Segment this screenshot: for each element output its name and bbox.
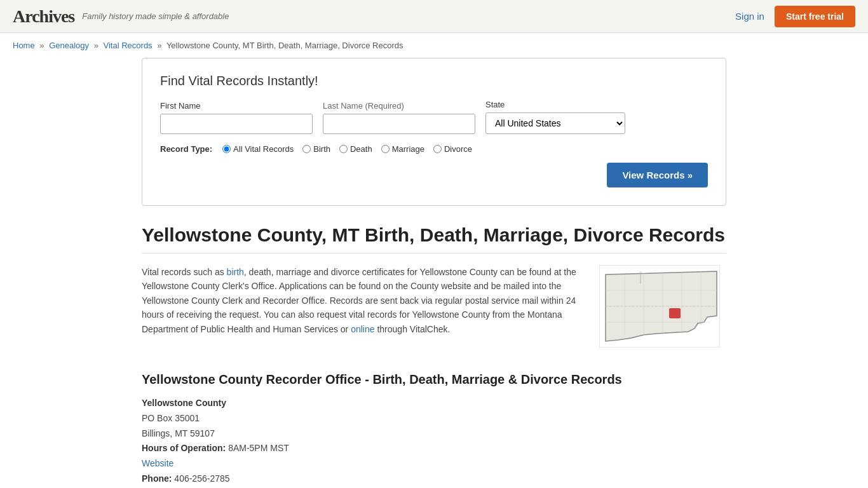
view-records-button[interactable]: View Records » [607, 163, 708, 187]
radio-birth-input[interactable] [302, 145, 311, 153]
state-select[interactable]: All United States [485, 112, 625, 134]
last-name-input[interactable] [323, 114, 475, 134]
logo: Archives [13, 6, 74, 27]
breadcrumb-genealogy[interactable]: Genealogy [49, 41, 89, 50]
radio-marriage[interactable]: Marriage [381, 144, 424, 154]
radio-death-label: Death [350, 144, 372, 154]
view-records-row: View Records » [160, 163, 708, 187]
map-container [599, 265, 726, 349]
first-name-label: First Name [160, 101, 313, 111]
office-info: Yellowstone County PO Box 35001 Billings… [142, 396, 726, 487]
radio-marriage-input[interactable] [381, 145, 390, 153]
radio-birth-label: Birth [313, 144, 330, 154]
birth-link[interactable]: birth [227, 267, 244, 277]
header-left: Archives Family history made simple & af… [13, 6, 229, 27]
address-1: PO Box 35001 [142, 411, 726, 426]
breadcrumb-vital-records[interactable]: Vital Records [104, 41, 153, 50]
website-link[interactable]: Website [142, 458, 173, 468]
first-name-input[interactable] [160, 114, 313, 134]
search-fields: First Name Last Name (Required) State Al… [160, 100, 708, 134]
search-title: Find Vital Records Instantly! [160, 74, 708, 88]
radio-death-input[interactable] [339, 145, 348, 153]
radio-divorce[interactable]: Divorce [433, 144, 472, 154]
address-2: Billings, MT 59107 [142, 426, 726, 442]
breadcrumb: Home » Genealogy » Vital Records » Yello… [0, 33, 868, 58]
phone-value-text: 406-256-2785 [174, 473, 229, 484]
tagline: Family history made simple & affordable [82, 11, 229, 21]
start-trial-button[interactable]: Start free trial [775, 6, 855, 27]
record-type-row: Record Type: All Vital Records Birth Dea… [160, 144, 708, 154]
office-title: Yellowstone County Recorder Office - Bir… [142, 372, 726, 387]
last-name-label: Last Name (Required) [323, 101, 475, 111]
hours-label: Hours of Operation: [142, 443, 226, 453]
breadcrumb-home[interactable]: Home [13, 41, 35, 50]
state-group: State All United States [485, 100, 625, 134]
header-right: Sign in Start free trial [735, 6, 855, 27]
breadcrumb-sep-1: » [39, 41, 44, 50]
radio-marriage-label: Marriage [392, 144, 424, 154]
radio-all-vital[interactable]: All Vital Records [222, 144, 294, 154]
sign-in-link[interactable]: Sign in [735, 11, 764, 22]
state-label: State [485, 100, 625, 109]
page-title: Yellowstone County, MT Birth, Death, Mar… [142, 224, 726, 247]
header: Archives Family history made simple & af… [0, 0, 868, 33]
radio-group: All Vital Records Birth Death Marriage D… [222, 144, 472, 154]
body-section: Vital records such as birth, death, marr… [142, 265, 726, 349]
radio-birth[interactable]: Birth [302, 144, 330, 154]
body-paragraph: Vital records such as birth, death, marr… [142, 265, 584, 336]
body-text: Vital records such as birth, death, marr… [142, 265, 584, 349]
office-section: Yellowstone County Recorder Office - Bir… [142, 372, 726, 487]
radio-all-vital-input[interactable] [222, 145, 231, 153]
title-divider [142, 253, 726, 254]
online-link[interactable]: online [351, 324, 374, 334]
radio-all-vital-label: All Vital Records [233, 144, 294, 154]
breadcrumb-sep-3: » [157, 41, 161, 50]
radio-divorce-input[interactable] [433, 145, 442, 153]
hours-value-text: 8AM-5PM MST [228, 443, 289, 453]
breadcrumb-current: Yellowstone County, MT Birth, Death, Mar… [166, 41, 403, 50]
breadcrumb-sep-2: » [94, 41, 98, 50]
radio-death[interactable]: Death [339, 144, 372, 154]
phone-label: Phone: [142, 473, 172, 484]
record-type-label: Record Type: [160, 144, 212, 154]
search-box: Find Vital Records Instantly! First Name… [142, 58, 726, 206]
first-name-group: First Name [160, 101, 313, 134]
county-name: Yellowstone County [142, 398, 226, 408]
last-name-group: Last Name (Required) [323, 101, 475, 134]
main-content: Find Vital Records Instantly! First Name… [129, 58, 739, 488]
svg-rect-3 [669, 308, 681, 318]
montana-map [599, 265, 720, 348]
radio-divorce-label: Divorce [444, 144, 472, 154]
